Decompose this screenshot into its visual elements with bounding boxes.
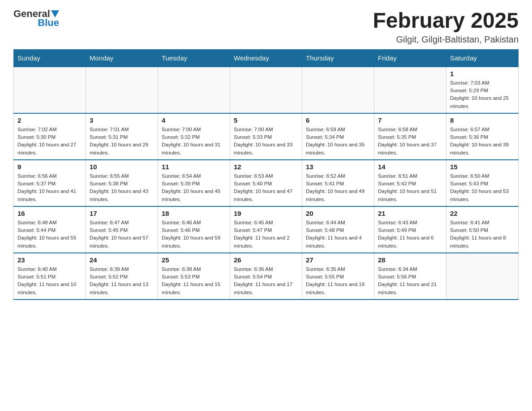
day-number: 17 xyxy=(90,210,154,217)
calendar-day-cell: 27Sunrise: 6:35 AM Sunset: 5:55 PM Dayli… xyxy=(302,253,374,300)
calendar-day-cell: 18Sunrise: 6:46 AM Sunset: 5:46 PM Dayli… xyxy=(158,206,230,253)
calendar-day-cell xyxy=(374,67,446,113)
day-number: 1 xyxy=(450,70,515,77)
day-number: 19 xyxy=(234,210,298,217)
day-info: Sunrise: 7:03 AM Sunset: 5:29 PM Dayligh… xyxy=(450,79,515,110)
day-number: 4 xyxy=(162,116,226,124)
day-number: 24 xyxy=(90,256,154,264)
day-info: Sunrise: 7:00 AM Sunset: 5:32 PM Dayligh… xyxy=(162,126,226,157)
calendar-header-monday: Monday xyxy=(86,49,158,67)
calendar-day-cell: 14Sunrise: 6:51 AM Sunset: 5:42 PM Dayli… xyxy=(374,160,446,206)
day-info: Sunrise: 6:35 AM Sunset: 5:55 PM Dayligh… xyxy=(306,265,370,296)
calendar-day-cell: 10Sunrise: 6:55 AM Sunset: 5:38 PM Dayli… xyxy=(86,160,158,206)
day-info: Sunrise: 6:54 AM Sunset: 5:39 PM Dayligh… xyxy=(162,172,226,203)
day-info: Sunrise: 6:44 AM Sunset: 5:48 PM Dayligh… xyxy=(306,219,370,250)
day-number: 9 xyxy=(17,163,82,171)
day-number: 21 xyxy=(378,210,442,217)
day-number: 7 xyxy=(378,116,442,124)
day-info: Sunrise: 6:40 AM Sunset: 5:51 PM Dayligh… xyxy=(17,265,82,296)
day-number: 3 xyxy=(90,116,154,124)
title-block: February 2025 Gilgit, Gilgit-Baltistan, … xyxy=(373,9,519,45)
calendar-header-saturday: Saturday xyxy=(446,49,519,67)
calendar-header-thursday: Thursday xyxy=(302,49,374,67)
day-number: 5 xyxy=(234,116,298,124)
calendar-day-cell: 8Sunrise: 6:57 AM Sunset: 5:36 PM Daylig… xyxy=(446,113,519,160)
calendar-header-tuesday: Tuesday xyxy=(158,49,230,67)
calendar-header-row: SundayMondayTuesdayWednesdayThursdayFrid… xyxy=(14,49,519,67)
logo-blue-text: Blue xyxy=(38,18,59,28)
day-info: Sunrise: 6:58 AM Sunset: 5:35 PM Dayligh… xyxy=(378,126,442,157)
day-info: Sunrise: 6:50 AM Sunset: 5:43 PM Dayligh… xyxy=(450,172,515,203)
day-number: 6 xyxy=(306,116,370,124)
page-header: General Blue February 2025 Gilgit, Gilgi… xyxy=(13,9,519,45)
calendar-day-cell: 21Sunrise: 6:43 AM Sunset: 5:49 PM Dayli… xyxy=(374,206,446,253)
calendar-table: SundayMondayTuesdayWednesdayThursdayFrid… xyxy=(13,49,519,300)
calendar-day-cell: 9Sunrise: 6:56 AM Sunset: 5:37 PM Daylig… xyxy=(14,160,86,206)
day-info: Sunrise: 6:57 AM Sunset: 5:36 PM Dayligh… xyxy=(450,126,515,157)
calendar-day-cell: 20Sunrise: 6:44 AM Sunset: 5:48 PM Dayli… xyxy=(302,206,374,253)
day-number: 10 xyxy=(90,163,154,171)
day-number: 26 xyxy=(234,256,298,264)
day-number: 13 xyxy=(306,163,370,171)
calendar-day-cell: 5Sunrise: 7:00 AM Sunset: 5:33 PM Daylig… xyxy=(230,113,302,160)
location-title: Gilgit, Gilgit-Baltistan, Pakistan xyxy=(373,34,519,45)
day-info: Sunrise: 7:01 AM Sunset: 5:31 PM Dayligh… xyxy=(90,126,154,157)
day-number: 12 xyxy=(234,163,298,171)
day-number: 25 xyxy=(162,256,226,264)
calendar-day-cell: 22Sunrise: 6:41 AM Sunset: 5:50 PM Dayli… xyxy=(446,206,519,253)
calendar-day-cell: 13Sunrise: 6:52 AM Sunset: 5:41 PM Dayli… xyxy=(302,160,374,206)
day-info: Sunrise: 6:48 AM Sunset: 5:44 PM Dayligh… xyxy=(17,219,82,250)
calendar-day-cell: 6Sunrise: 6:59 AM Sunset: 5:34 PM Daylig… xyxy=(302,113,374,160)
day-info: Sunrise: 6:55 AM Sunset: 5:38 PM Dayligh… xyxy=(90,172,154,203)
day-info: Sunrise: 6:53 AM Sunset: 5:40 PM Dayligh… xyxy=(234,172,298,203)
calendar-day-cell: 12Sunrise: 6:53 AM Sunset: 5:40 PM Dayli… xyxy=(230,160,302,206)
day-number: 20 xyxy=(306,210,370,217)
day-info: Sunrise: 6:34 AM Sunset: 5:56 PM Dayligh… xyxy=(378,265,442,296)
day-info: Sunrise: 7:02 AM Sunset: 5:30 PM Dayligh… xyxy=(17,126,82,157)
day-info: Sunrise: 6:47 AM Sunset: 5:45 PM Dayligh… xyxy=(90,219,154,250)
calendar-day-cell xyxy=(446,253,519,300)
day-info: Sunrise: 6:51 AM Sunset: 5:42 PM Dayligh… xyxy=(378,172,442,203)
day-number: 23 xyxy=(17,256,82,264)
day-number: 28 xyxy=(378,256,442,264)
calendar-day-cell: 28Sunrise: 6:34 AM Sunset: 5:56 PM Dayli… xyxy=(374,253,446,300)
logo: General Blue xyxy=(13,9,59,28)
day-info: Sunrise: 6:56 AM Sunset: 5:37 PM Dayligh… xyxy=(17,172,82,203)
calendar-week-row: 23Sunrise: 6:40 AM Sunset: 5:51 PM Dayli… xyxy=(14,253,519,300)
calendar-day-cell xyxy=(14,67,86,113)
day-number: 8 xyxy=(450,116,515,124)
calendar-header-friday: Friday xyxy=(374,49,446,67)
calendar-day-cell: 15Sunrise: 6:50 AM Sunset: 5:43 PM Dayli… xyxy=(446,160,519,206)
day-info: Sunrise: 6:39 AM Sunset: 5:52 PM Dayligh… xyxy=(90,265,154,296)
day-number: 16 xyxy=(17,210,82,217)
day-number: 14 xyxy=(378,163,442,171)
calendar-day-cell xyxy=(86,67,158,113)
day-info: Sunrise: 6:43 AM Sunset: 5:49 PM Dayligh… xyxy=(378,219,442,250)
calendar-week-row: 16Sunrise: 6:48 AM Sunset: 5:44 PM Dayli… xyxy=(14,206,519,253)
calendar-header-wednesday: Wednesday xyxy=(230,49,302,67)
day-number: 15 xyxy=(450,163,515,171)
calendar-day-cell: 1Sunrise: 7:03 AM Sunset: 5:29 PM Daylig… xyxy=(446,67,519,113)
calendar-day-cell: 23Sunrise: 6:40 AM Sunset: 5:51 PM Dayli… xyxy=(14,253,86,300)
calendar-day-cell: 24Sunrise: 6:39 AM Sunset: 5:52 PM Dayli… xyxy=(86,253,158,300)
calendar-day-cell xyxy=(302,67,374,113)
calendar-day-cell: 19Sunrise: 6:45 AM Sunset: 5:47 PM Dayli… xyxy=(230,206,302,253)
day-number: 27 xyxy=(306,256,370,264)
calendar-week-row: 2Sunrise: 7:02 AM Sunset: 5:30 PM Daylig… xyxy=(14,113,519,160)
calendar-day-cell: 17Sunrise: 6:47 AM Sunset: 5:45 PM Dayli… xyxy=(86,206,158,253)
calendar-day-cell: 4Sunrise: 7:00 AM Sunset: 5:32 PM Daylig… xyxy=(158,113,230,160)
calendar-week-row: 1Sunrise: 7:03 AM Sunset: 5:29 PM Daylig… xyxy=(14,67,519,113)
calendar-day-cell: 2Sunrise: 7:02 AM Sunset: 5:30 PM Daylig… xyxy=(14,113,86,160)
day-number: 2 xyxy=(17,116,82,124)
calendar-day-cell: 11Sunrise: 6:54 AM Sunset: 5:39 PM Dayli… xyxy=(158,160,230,206)
day-info: Sunrise: 7:00 AM Sunset: 5:33 PM Dayligh… xyxy=(234,126,298,157)
day-info: Sunrise: 6:46 AM Sunset: 5:46 PM Dayligh… xyxy=(162,219,226,250)
calendar-day-cell: 7Sunrise: 6:58 AM Sunset: 5:35 PM Daylig… xyxy=(374,113,446,160)
day-number: 11 xyxy=(162,163,226,171)
day-info: Sunrise: 6:41 AM Sunset: 5:50 PM Dayligh… xyxy=(450,219,515,250)
calendar-header-sunday: Sunday xyxy=(14,49,86,67)
day-number: 22 xyxy=(450,210,515,217)
day-number: 18 xyxy=(162,210,226,217)
day-info: Sunrise: 6:59 AM Sunset: 5:34 PM Dayligh… xyxy=(306,126,370,157)
day-info: Sunrise: 6:38 AM Sunset: 5:53 PM Dayligh… xyxy=(162,265,226,296)
